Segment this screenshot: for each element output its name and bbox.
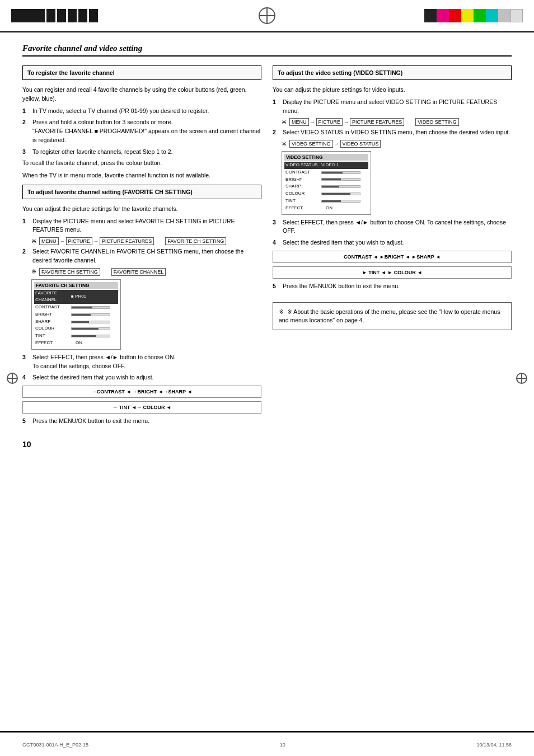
recall-text: To recall the favorite channel, press th…	[22, 159, 261, 168]
nav-diagram-2b: ► TINT ◄ ► COLOUR ◄	[273, 266, 512, 279]
menu-r-picture: PICTURE	[316, 118, 343, 126]
video-step-1-text: Display the PICTURE menu and select VIDE…	[283, 98, 512, 116]
menu-box-fav: FAVORITE CH SETTING	[165, 237, 226, 245]
menu-r-menu: MENU	[289, 118, 309, 126]
left-side-mark	[7, 373, 18, 384]
screen1-row-5: TINT	[34, 332, 118, 340]
section-video-setting: To adjust the video setting (VIDEO SETTI…	[273, 65, 512, 80]
fav-step-3-text: Select EFFECT, then press ◄/► button to …	[32, 353, 261, 371]
section-fav-title: To adjust favorite channel setting (FAVO…	[27, 189, 256, 195]
screen2-row-2: BRIGHT	[284, 176, 368, 184]
fav-step-1: 1 Display the PICTURE menu and select FA…	[22, 217, 261, 235]
video-intro: You can adjust the picture settings for …	[273, 86, 512, 95]
screen1-title: FAVORITE CH SETTING	[34, 282, 118, 289]
video-step-5-num: 5	[273, 282, 280, 291]
fav-step-2: 2 Select FAVORITE CHANNEL in FAVORITE CH…	[22, 247, 261, 265]
page-number: 10	[22, 440, 512, 449]
menu-box-pf: PICTURE FEATURES	[100, 237, 154, 245]
video-step-5-text: Press the MENU/OK button to exit the men…	[283, 282, 512, 291]
fav-step-4-text: Select the desired item that you wish to…	[32, 373, 261, 382]
footer-left: GGT0031-001A-H_E_P02-15	[22, 742, 88, 748]
asterisk-2: ※	[31, 268, 36, 275]
video-step-3-text: Select EFFECT, then press ◄/► button to …	[283, 218, 512, 236]
top-header	[0, 0, 534, 32]
step-3-num: 3	[22, 148, 30, 157]
nav-text-1: →CONTRAST ◄ →BRIGHT ◄→SHARP ◄	[92, 389, 193, 395]
fav-step-3-num: 3	[22, 353, 30, 371]
right-column: To adjust the video setting (VIDEO SETTI…	[273, 65, 512, 429]
bottom-border	[0, 731, 534, 732]
note-text: ※ About the basic operations of the menu…	[279, 308, 500, 324]
video-step-4-num: 4	[273, 238, 280, 247]
menu-r-vstatus: VIDEO STATUS	[340, 140, 381, 148]
fav-step-4: 4 Select the desired item that you wish …	[22, 373, 261, 382]
right-side-mark	[516, 373, 527, 384]
nav-diagram-1b: → TINT ◄→ COLOUR ◄	[22, 401, 261, 414]
fav-intro: You can adjust the picture settings for …	[22, 205, 261, 214]
menu-box-favchan: FAVORITE CHANNEL	[111, 268, 166, 276]
video-step-4: 4 Select the desired item that you wish …	[273, 238, 512, 247]
section-fav-setting: To adjust favorite channel setting (FAVO…	[22, 185, 261, 199]
step-2-num: 2	[22, 118, 30, 144]
screen-diagram-1: FAVORITE CH SETTING FAVORITE CHANNEL ■ P…	[31, 279, 121, 350]
fav-step-5-text: Press the MENU/OK button to exit the men…	[32, 417, 261, 426]
center-crosshair	[259, 7, 275, 24]
menu-path-r1: ※ MENU → PICTURE → PICTURE FEATURES VIDE…	[282, 118, 512, 126]
video-step-2-num: 2	[273, 128, 280, 137]
fav-step-2-num: 2	[22, 247, 30, 265]
right-color-bar	[424, 9, 523, 22]
left-black-bars	[11, 9, 98, 22]
menu-box-menu: MENU	[39, 237, 59, 245]
step-3: 3 To register other favorite channels, r…	[22, 148, 261, 157]
screen1-row-6: EFFECT ON	[34, 340, 118, 347]
menu-path-1: ※ MENU → PICTURE → PICTURE FEATURES FAVO…	[31, 237, 261, 245]
section-register-body: You can register and recall 4 favorite c…	[22, 86, 261, 180]
asterisk-r2: ※	[282, 140, 287, 148]
page-title: Favorite channel and video setting	[22, 44, 512, 57]
step-1-num: 1	[22, 107, 30, 116]
menu-path-2: ※ FAVORITE CH SETTING FAVORITE CHANNEL	[31, 268, 261, 276]
footer-right: 10/13/04, 11:56	[476, 742, 512, 748]
left-column: To register the favorite channel You can…	[22, 65, 261, 429]
asterisk-r1: ※	[282, 119, 287, 126]
nav-text-1b: → TINT ◄→ COLOUR ◄	[113, 405, 171, 410]
step-1: 1 In TV mode, select a TV channel (PR 01…	[22, 107, 261, 116]
step-1-text: In TV mode, select a TV channel (PR 01-9…	[32, 107, 261, 116]
section-fav-body: You can adjust the picture settings for …	[22, 205, 261, 426]
video-step-5: 5 Press the MENU/OK button to exit the m…	[273, 282, 512, 291]
fav-step-4-num: 4	[22, 373, 30, 382]
fav-step-3: 3 Select EFFECT, then press ◄/► button t…	[22, 353, 261, 371]
screen2-row-3: SHARP	[284, 183, 368, 190]
note-asterisk: ※	[279, 308, 284, 315]
arrow-1: →	[60, 238, 65, 244]
screen2-title: VIDEO SETTING	[284, 154, 368, 161]
section-video-title: To adjust the video setting (VIDEO SETTI…	[278, 69, 507, 76]
arrow-r1: →	[310, 119, 315, 125]
arrow-r2: →	[344, 119, 349, 125]
note-text: When the TV is in menu mode, favorite ch…	[22, 171, 261, 180]
arrow-r3: →	[334, 141, 339, 147]
section-register-favorite: To register the favorite channel	[22, 65, 261, 80]
nav-text-2: CONTRAST ◄ ►BRIGHT ◄ ►SHARP ◄	[344, 254, 441, 260]
fav-step-5-num: 5	[22, 417, 30, 426]
screen2-row-6: EFFECT ON	[284, 205, 368, 212]
page-footer: GGT0031-001A-H_E_P02-15 10 10/13/04, 11:…	[0, 742, 534, 748]
screen1-row-2: BRIGHT	[34, 311, 118, 318]
video-step-1-num: 1	[273, 98, 280, 116]
step-3-text: To register other favorite channels, rep…	[32, 148, 261, 157]
video-step-4-text: Select the desired item that you wish to…	[283, 238, 512, 247]
note-box: ※ ※ About the basic operations of the me…	[273, 302, 512, 331]
arrow-2: →	[93, 238, 99, 244]
menu-r-vsetting: VIDEO SETTING	[289, 140, 333, 148]
menu-r-pf: PICTURE FEATURES	[350, 118, 404, 126]
nav-text-2b: ► TINT ◄ ► COLOUR ◄	[362, 270, 422, 275]
nav-diagram-1: →CONTRAST ◄ →BRIGHT ◄→SHARP ◄	[22, 386, 261, 398]
fav-step-1-num: 1	[22, 217, 30, 235]
screen1-row-3: SHARP	[34, 318, 118, 326]
menu-box-picture: PICTURE	[66, 237, 93, 245]
screen2-row-1: CONTRAST	[284, 169, 368, 176]
screen2-row-5: TINT	[284, 198, 368, 205]
screen1-row-4: COLOUR	[34, 325, 118, 332]
menu-r-vs: VIDEO SETTING	[415, 118, 459, 126]
menu-box-favset: FAVORITE CH SETTING	[39, 268, 100, 276]
